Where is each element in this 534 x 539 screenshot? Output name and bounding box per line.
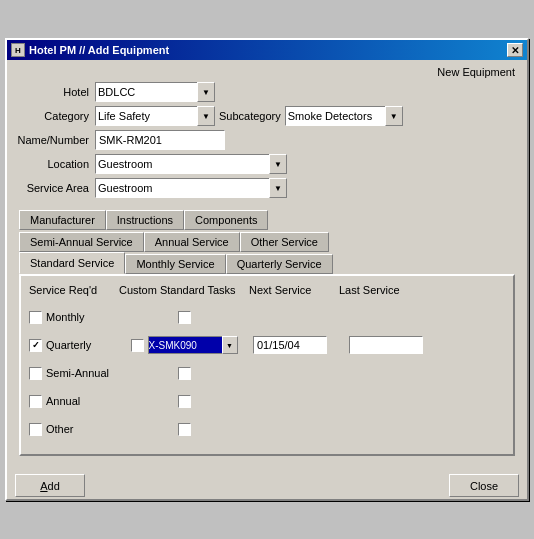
annual-checkbox[interactable] xyxy=(29,395,42,408)
tab-monthly-service[interactable]: Monthly Service xyxy=(125,254,225,274)
tab-semi-annual-service[interactable]: Semi-Annual Service xyxy=(19,232,144,252)
close-button-label: Close xyxy=(470,480,498,492)
monthly-custom-col xyxy=(119,311,249,324)
tab-row-1: Manufacturer Instructions Components xyxy=(19,208,519,230)
tab-components[interactable]: Components xyxy=(184,210,268,230)
service-area-dropdown[interactable]: Guestroom xyxy=(95,178,287,198)
quarterly-next-col xyxy=(249,336,349,354)
new-equipment-label: New Equipment xyxy=(15,66,519,78)
name-number-row: Name/Number xyxy=(15,130,519,150)
quarterly-label: Quarterly xyxy=(46,339,91,351)
other-label: Other xyxy=(46,423,74,435)
service-area-row: Service Area Guestroom ▼ xyxy=(15,178,519,198)
quarterly-task-dropdown[interactable]: X-SMK090 xyxy=(148,336,238,354)
title-bar: H Hotel PM // Add Equipment ✕ xyxy=(7,40,527,60)
name-number-label: Name/Number xyxy=(15,134,95,146)
other-checkbox[interactable] xyxy=(29,423,42,436)
quarterly-next-input[interactable] xyxy=(253,336,327,354)
table-row: Quarterly X-SMK090 ▼ xyxy=(29,334,505,356)
close-window-button[interactable]: ✕ xyxy=(507,43,523,57)
monthly-custom-checkbox[interactable] xyxy=(178,311,191,324)
quarterly-last-input[interactable] xyxy=(349,336,423,354)
category-row: Category Life Safety ▼ Subcategory Smoke… xyxy=(15,106,519,126)
next-service-header: Next Service xyxy=(249,284,339,300)
other-custom-col xyxy=(119,423,249,436)
annual-custom-checkbox[interactable] xyxy=(178,395,191,408)
tab-row-2: Semi-Annual Service Annual Service Other… xyxy=(19,230,519,252)
table-row: Annual xyxy=(29,390,505,412)
semi-annual-label: Semi-Annual xyxy=(46,367,109,379)
annual-label-col: Annual xyxy=(29,395,119,408)
quarterly-custom-checkbox[interactable] xyxy=(131,339,144,352)
main-window: H Hotel PM // Add Equipment ✕ New Equipm… xyxy=(5,38,529,501)
add-button[interactable]: Add xyxy=(15,474,85,497)
category-dropdown[interactable]: Life Safety xyxy=(95,106,215,126)
quarterly-task-dropdown-wrapper: X-SMK090 ▼ xyxy=(148,336,238,354)
service-area-label: Service Area xyxy=(15,182,95,194)
subcategory-dropdown[interactable]: Smoke Detectors xyxy=(285,106,403,126)
quarterly-last-col xyxy=(349,336,439,354)
category-label: Category xyxy=(15,110,95,122)
hotel-dropdown-wrapper: BDLCC ▼ xyxy=(95,82,215,102)
app-icon: H xyxy=(11,43,25,57)
window-title: Hotel PM // Add Equipment xyxy=(29,44,169,56)
tab-other-service[interactable]: Other Service xyxy=(240,232,329,252)
name-number-input[interactable] xyxy=(95,130,225,150)
service-area-dropdown-wrapper: Guestroom ▼ xyxy=(95,178,287,198)
tab-quarterly-service[interactable]: Quarterly Service xyxy=(226,254,333,274)
quarterly-checkbox[interactable] xyxy=(29,339,42,352)
tabs-container: Manufacturer Instructions Components Sem… xyxy=(15,206,519,456)
monthly-label: Monthly xyxy=(46,311,85,323)
tab-manufacturer[interactable]: Manufacturer xyxy=(19,210,106,230)
last-service-header: Last Service xyxy=(339,284,429,300)
semi-annual-custom-col xyxy=(119,367,249,380)
hotel-label: Hotel xyxy=(15,86,95,98)
location-dropdown-wrapper: Guestroom ▼ xyxy=(95,154,287,174)
title-bar-left: H Hotel PM // Add Equipment xyxy=(11,43,169,57)
subcategory-row: Subcategory Smoke Detectors ▼ xyxy=(219,106,403,126)
service-req-header: Service Req'd xyxy=(29,284,119,300)
service-table-headers: Service Req'd Custom Standard Tasks Next… xyxy=(29,284,505,300)
custom-tasks-header: Custom Standard Tasks xyxy=(119,284,249,300)
tab-content-standard-service: Service Req'd Custom Standard Tasks Next… xyxy=(19,274,515,456)
quarterly-custom-col: X-SMK090 ▼ xyxy=(119,336,249,354)
tab-standard-service[interactable]: Standard Service xyxy=(19,252,125,274)
tab-rows-wrapper: Manufacturer Instructions Components Sem… xyxy=(15,206,519,274)
monthly-label-col: Monthly xyxy=(29,311,119,324)
table-row: Monthly xyxy=(29,306,505,328)
location-row: Location Guestroom ▼ xyxy=(15,154,519,174)
quarterly-label-col: Quarterly xyxy=(29,339,119,352)
tab-instructions[interactable]: Instructions xyxy=(106,210,184,230)
table-row: Semi-Annual xyxy=(29,362,505,384)
bottom-buttons: Add Close xyxy=(7,468,527,499)
hotel-row: Hotel BDLCC ▼ xyxy=(15,82,519,102)
other-custom-checkbox[interactable] xyxy=(178,423,191,436)
table-row: Other xyxy=(29,418,505,440)
subcategory-label: Subcategory xyxy=(219,110,281,122)
annual-custom-col xyxy=(119,395,249,408)
location-label: Location xyxy=(15,158,95,170)
close-button[interactable]: Close xyxy=(449,474,519,497)
other-label-col: Other xyxy=(29,423,119,436)
tab-row-3: Standard Service Monthly Service Quarter… xyxy=(19,252,519,274)
semi-annual-custom-checkbox[interactable] xyxy=(178,367,191,380)
location-dropdown[interactable]: Guestroom xyxy=(95,154,287,174)
category-dropdown-wrapper: Life Safety ▼ xyxy=(95,106,215,126)
window-body: New Equipment Hotel BDLCC ▼ Category Lif… xyxy=(7,60,527,468)
subcategory-dropdown-wrapper: Smoke Detectors ▼ xyxy=(285,106,403,126)
annual-label: Annual xyxy=(46,395,80,407)
tab-annual-service[interactable]: Annual Service xyxy=(144,232,240,252)
hotel-dropdown[interactable]: BDLCC xyxy=(95,82,215,102)
monthly-checkbox[interactable] xyxy=(29,311,42,324)
add-button-label: Add xyxy=(40,480,60,492)
semi-annual-label-col: Semi-Annual xyxy=(29,367,119,380)
semi-annual-checkbox[interactable] xyxy=(29,367,42,380)
